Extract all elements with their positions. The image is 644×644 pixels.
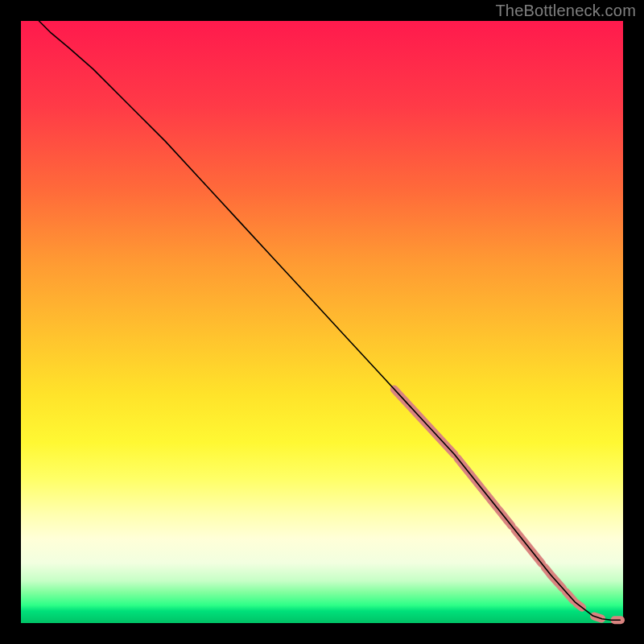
watermark-label: TheBottleneck.com: [495, 2, 636, 20]
bottleneck-curve: [39, 21, 620, 620]
plot-svg: [21, 21, 623, 623]
plot-area: [21, 21, 623, 623]
chart-stage: TheBottleneck.com: [0, 0, 644, 644]
highlight-layer: [394, 390, 621, 621]
